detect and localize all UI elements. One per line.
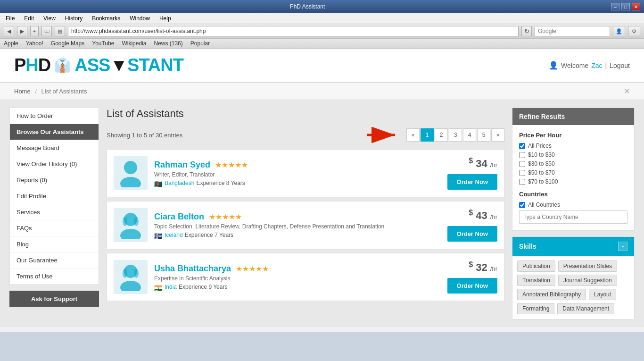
- skill-journal-suggestion[interactable]: Journal Suggestion: [558, 275, 617, 286]
- country-link-0[interactable]: Bangladesh: [165, 180, 194, 186]
- assistant-name-link-1[interactable]: Ciara Belton: [154, 212, 204, 221]
- profile-btn[interactable]: 👤: [613, 26, 625, 36]
- maximize-btn[interactable]: □: [621, 3, 630, 10]
- url-input[interactable]: [68, 26, 519, 36]
- pagination-prev[interactable]: «: [406, 128, 420, 142]
- reader-btn[interactable]: 📖: [41, 26, 52, 36]
- assistant-info-1: Ciara Belton ★★★★★ Topic Selection, Lite…: [154, 212, 434, 238]
- breadcrumb-home[interactable]: Home: [14, 88, 31, 95]
- pagination-page-5[interactable]: 5: [477, 128, 490, 142]
- sidebar-item-our-guarantee[interactable]: Our Guarantee: [10, 252, 99, 269]
- assistant-name-link-0[interactable]: Rahman Syed: [154, 160, 210, 169]
- all-countries-checkbox[interactable]: [519, 202, 525, 208]
- price-option-30-50[interactable]: $30 to $50: [519, 160, 627, 167]
- price-label-50-70: $50 to $70: [528, 169, 555, 176]
- menu-history[interactable]: History: [63, 14, 84, 23]
- skill-translation[interactable]: Translation: [517, 275, 555, 286]
- menu-help[interactable]: Help: [157, 14, 173, 23]
- price-checkbox-all[interactable]: [519, 143, 525, 149]
- order-btn-0[interactable]: Order Now: [447, 174, 497, 190]
- skill-data-management[interactable]: Data Management: [557, 303, 614, 314]
- pagination-page-3[interactable]: 3: [449, 128, 462, 142]
- bookmark-googlemaps[interactable]: Google Maps: [51, 40, 84, 47]
- sidebar-item-message-board[interactable]: Message Board: [10, 140, 99, 156]
- menu-window[interactable]: Window: [128, 14, 152, 23]
- price-label-10-30: $10 to $30: [528, 151, 555, 158]
- menu-bookmarks[interactable]: Bookmarks: [90, 14, 122, 23]
- price-label-70-100: $70 to $100: [528, 178, 558, 185]
- female-avatar-icon-2: [118, 263, 143, 291]
- bookmarks-btn[interactable]: ▤: [55, 26, 65, 36]
- assistant-location-1: 🇮🇸 Iceland Experience 7 Years: [154, 232, 434, 238]
- new-tab-btn[interactable]: +: [30, 26, 39, 36]
- bookmark-youtube[interactable]: YouTube: [92, 40, 114, 47]
- welcome-text: Welcome: [561, 62, 588, 69]
- sidebar-item-faqs[interactable]: FAQs: [10, 220, 99, 236]
- price-label-all: All Prices: [528, 143, 552, 149]
- svg-point-6: [123, 217, 127, 226]
- avatar-1: [114, 208, 148, 242]
- price-display-1: $ 43 /hr: [469, 209, 497, 222]
- breadcrumb-separator: /: [35, 88, 37, 95]
- logout-link[interactable]: Logout: [610, 62, 630, 69]
- price-option-all[interactable]: All Prices: [519, 143, 627, 149]
- price-option-10-30[interactable]: $10 to $30: [519, 151, 627, 158]
- close-btn[interactable]: ✕: [632, 3, 640, 10]
- skill-annotated-bibliography[interactable]: Annotated Bibliography: [517, 289, 586, 300]
- price-display-0: $ 34 /hr: [469, 157, 497, 170]
- skill-layout[interactable]: Layout: [589, 289, 616, 300]
- bookmark-apple[interactable]: Apple: [4, 40, 18, 47]
- sidebar-item-reports[interactable]: Reports (0): [10, 172, 99, 188]
- avatar-0: [114, 156, 148, 190]
- price-checkbox-10-30[interactable]: [519, 152, 525, 158]
- results-info: Showing 1 to 5 of 30 entries: [107, 132, 182, 139]
- pipe-separator: |: [605, 62, 607, 69]
- price-option-50-70[interactable]: $50 to $70: [519, 169, 627, 176]
- price-checkbox-30-50[interactable]: [519, 161, 525, 167]
- sidebar-item-terms-of-use[interactable]: Terms of Use: [10, 269, 99, 285]
- menu-file[interactable]: File: [4, 14, 17, 23]
- bookmark-popular[interactable]: Popular: [190, 40, 210, 47]
- sidebar-item-edit-profile[interactable]: Edit Profile: [10, 188, 99, 204]
- menu-view[interactable]: View: [41, 14, 58, 23]
- forward-btn[interactable]: ▶: [17, 26, 27, 36]
- pagination-page-2[interactable]: 2: [435, 128, 448, 142]
- pagination-page-4[interactable]: 4: [463, 128, 476, 142]
- site-header: PHD 👔 ASS▼STANT 👤 Welcome Zac | Logout: [0, 49, 644, 83]
- sidebar-item-order-history[interactable]: View Order History (0): [10, 156, 99, 172]
- country-search-input[interactable]: [519, 210, 627, 224]
- bookmark-wikipedia[interactable]: Wikipedia: [122, 40, 146, 47]
- country-link-2[interactable]: India: [165, 284, 177, 290]
- sidebar-item-services[interactable]: Services: [10, 204, 99, 220]
- sidebar-item-how-to-order[interactable]: How to Order: [10, 108, 99, 124]
- skills-collapse-btn[interactable]: -: [618, 242, 627, 251]
- order-btn-1[interactable]: Order Now: [447, 226, 497, 242]
- close-breadcrumb-icon[interactable]: ✕: [624, 87, 630, 96]
- skills-body: Publication Presentation Slides Translat…: [512, 256, 634, 319]
- price-checkbox-50-70[interactable]: [519, 170, 525, 176]
- price-checkbox-70-100[interactable]: [519, 179, 525, 185]
- skill-publication[interactable]: Publication: [517, 260, 555, 272]
- refresh-btn[interactable]: ↻: [521, 26, 532, 36]
- order-btn-2[interactable]: Order Now: [447, 278, 497, 294]
- back-btn[interactable]: ◀: [4, 26, 14, 36]
- settings-btn[interactable]: ⚙: [628, 26, 640, 36]
- skill-formatting[interactable]: Formatting: [517, 303, 554, 314]
- price-option-70-100[interactable]: $70 to $100: [519, 178, 627, 185]
- menu-edit[interactable]: Edit: [22, 14, 36, 23]
- pagination-next[interactable]: »: [491, 128, 504, 142]
- page-title: List of Assistants: [107, 108, 504, 120]
- assistant-name-link-2[interactable]: Usha Bhattacharya: [154, 264, 231, 273]
- country-link-1[interactable]: Iceland: [165, 232, 183, 238]
- pagination-page-1[interactable]: 1: [421, 128, 434, 142]
- bookmark-yahoo[interactable]: Yahoo!: [26, 40, 43, 47]
- skill-presentation-slides[interactable]: Presentation Slides: [558, 260, 617, 272]
- sidebar-item-blog[interactable]: Blog: [10, 236, 99, 252]
- all-countries-option[interactable]: All Countries: [519, 201, 627, 208]
- user-name-link[interactable]: Zac: [591, 62, 602, 69]
- sidebar-item-browse-assistants[interactable]: Browse Our Assistants: [10, 124, 99, 140]
- support-button[interactable]: Ask for Support: [9, 291, 99, 307]
- bookmark-news[interactable]: News (136): [154, 40, 182, 47]
- minimize-btn[interactable]: –: [611, 3, 619, 10]
- search-input[interactable]: [535, 26, 610, 36]
